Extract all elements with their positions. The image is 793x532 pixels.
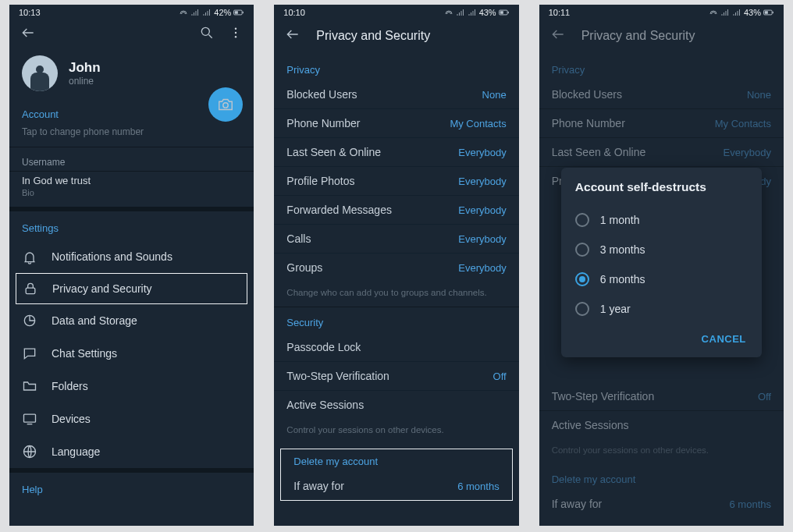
hotspot-icon [444, 8, 453, 17]
option-1-year[interactable]: 1 year [575, 294, 752, 324]
settings-item-label: Notifications and Sounds [52, 250, 172, 263]
back-button[interactable] [285, 27, 300, 45]
battery-icon [499, 8, 510, 17]
settings-item-label: Language [52, 445, 100, 458]
status-time: 10:10 [283, 8, 305, 17]
signal-icon [190, 8, 200, 17]
row-passcode[interactable]: Passcode Lock [274, 333, 518, 361]
row-two-step[interactable]: Two-Step VerificationOff [274, 362, 518, 390]
chat-icon [22, 346, 37, 361]
devices-icon [22, 411, 37, 427]
groups-caption: Change who can add you to groups and cha… [274, 282, 518, 307]
radio-icon [575, 302, 589, 316]
option-6-months[interactable]: 6 months [575, 264, 752, 294]
option-1-month[interactable]: 1 month [575, 205, 752, 235]
radio-icon [575, 243, 589, 257]
settings-item-devices[interactable]: Devices [9, 403, 254, 435]
settings-item-language[interactable]: Language [9, 435, 254, 468]
camera-icon [217, 96, 234, 113]
svg-rect-8 [26, 288, 35, 294]
delete-account-box: Delete my account If away for 6 months [280, 449, 512, 501]
row-active-sessions[interactable]: Active Sessions [274, 391, 518, 419]
page-title: Privacy and Security [316, 29, 430, 43]
signal-icon [468, 8, 477, 17]
signal-icon [456, 8, 465, 17]
more-button[interactable] [229, 25, 243, 43]
settings-item-label: Data and Storage [52, 314, 137, 327]
back-button[interactable] [20, 25, 36, 43]
signal-icon [202, 8, 212, 17]
svg-point-3 [202, 27, 210, 35]
svg-point-6 [235, 36, 236, 37]
option-label: 1 year [600, 303, 631, 315]
row-groups[interactable]: GroupsEverybody [274, 254, 518, 282]
svg-rect-10 [24, 414, 36, 422]
search-button[interactable] [199, 25, 215, 43]
bio-text[interactable]: In God we trust [22, 172, 241, 188]
radio-icon [575, 272, 589, 286]
avatar[interactable] [22, 55, 58, 91]
row-last-seen[interactable]: Last Seen & OnlineEverybody [274, 138, 518, 166]
battery-icon [233, 8, 244, 17]
option-label: 3 months [600, 243, 645, 256]
header-bar [9, 19, 254, 51]
row-if-away[interactable]: If away for 6 months [281, 472, 511, 500]
header-bar: Privacy and Security [274, 19, 518, 55]
svg-rect-13 [507, 12, 508, 13]
phone-number-row[interactable]: Tap to change phone number [22, 126, 241, 147]
option-label: 1 month [600, 214, 640, 226]
security-section-header: Security [274, 307, 518, 333]
svg-rect-1 [243, 12, 244, 13]
help-section-header: Help [22, 473, 241, 502]
status-bar: 10:13 42% [9, 5, 254, 19]
settings-item-folders[interactable]: Folders [9, 370, 254, 403]
settings-item-chat[interactable]: Chat Settings [9, 337, 254, 370]
self-destruct-modal: Account self-destructs 1 month 3 months … [561, 168, 762, 357]
settings-item-data[interactable]: Data and Storage [9, 304, 254, 337]
settings-item-notifications[interactable]: Notifications and Sounds [9, 240, 254, 273]
row-phone-number[interactable]: Phone NumberMy Contacts [274, 109, 518, 137]
settings-item-label: Devices [52, 413, 91, 425]
globe-icon [22, 444, 37, 459]
battery-percent: 43% [479, 8, 496, 17]
phone-screen-3: 10:11 43% Privacy and Security Privacy B… [539, 5, 784, 526]
privacy-section-header: Privacy [274, 55, 518, 80]
hotspot-icon [179, 8, 188, 17]
pie-icon [22, 313, 37, 328]
row-profile-photos[interactable]: Profile PhotosEverybody [274, 167, 518, 195]
svg-point-5 [235, 32, 236, 34]
svg-rect-2 [235, 11, 238, 14]
camera-fab[interactable] [208, 87, 243, 122]
svg-point-4 [235, 28, 236, 30]
profile-name: John [69, 60, 101, 76]
battery-percent: 42% [214, 8, 231, 17]
sessions-caption: Control your sessions on other devices. [274, 419, 518, 444]
cancel-button[interactable]: CANCEL [695, 328, 752, 349]
settings-section-header: Settings [22, 211, 241, 240]
lock-icon [23, 281, 38, 296]
option-label: 6 months [600, 273, 645, 286]
status-bar: 10:10 43% [274, 5, 518, 19]
profile-status: online [69, 76, 101, 87]
settings-item-privacy[interactable]: Privacy and Security [16, 273, 247, 304]
row-forwarded[interactable]: Forwarded MessagesEverybody [274, 196, 518, 224]
svg-point-7 [223, 103, 228, 108]
settings-item-label: Privacy and Security [52, 282, 152, 295]
modal-overlay[interactable]: Account self-destructs 1 month 3 months … [539, 5, 784, 526]
username-label[interactable]: Username [22, 147, 241, 171]
radio-icon [575, 213, 589, 227]
modal-title: Account self-destructs [575, 180, 752, 194]
phone-screen-2: 10:10 43% Privacy and Security Privacy B… [274, 5, 518, 526]
row-blocked-users[interactable]: Blocked UsersNone [274, 80, 518, 108]
folder-icon [22, 378, 37, 394]
phone-screen-1: 10:13 42% John online Account Ta [9, 5, 254, 526]
option-3-months[interactable]: 3 months [575, 235, 752, 264]
bell-icon [22, 249, 37, 264]
bio-label: Bio [22, 188, 241, 207]
svg-rect-14 [500, 11, 503, 14]
delete-section-header: Delete my account [281, 449, 511, 472]
settings-item-label: Folders [52, 380, 88, 392]
row-calls[interactable]: CallsEverybody [274, 225, 518, 253]
status-time: 10:13 [19, 8, 41, 17]
settings-item-label: Chat Settings [52, 347, 117, 360]
